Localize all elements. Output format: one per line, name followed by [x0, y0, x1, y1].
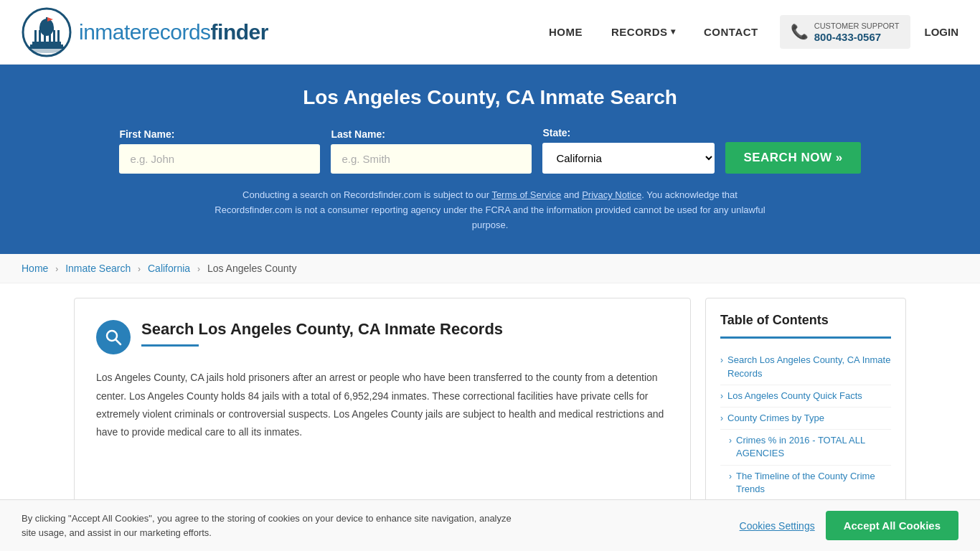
breadcrumb-home[interactable]: Home	[22, 263, 48, 274]
heading-underline	[141, 344, 199, 347]
toc-item: › Los Angeles County Quick Facts	[720, 385, 891, 408]
records-chevron-icon: ▾	[671, 27, 676, 37]
breadcrumb-county: Los Angeles County	[207, 263, 297, 274]
toc-item: › County Crimes by Type	[720, 408, 891, 430]
state-select[interactable]: AlabamaAlaskaArizonaArkansasCaliforniaCo…	[542, 143, 715, 174]
logo-icon	[22, 7, 72, 57]
hero-title: Los Angeles County, CA Inmate Search	[14, 86, 966, 109]
nav-home[interactable]: HOME	[542, 22, 590, 42]
svg-rect-7	[49, 30, 51, 42]
toc-divider	[720, 336, 891, 339]
last-name-input[interactable]	[331, 144, 532, 174]
toc-link[interactable]: Crimes % in 2016 - TOTAL ALL AGENCIES	[736, 434, 891, 460]
state-label: State:	[542, 127, 715, 138]
cookie-actions: Cookies Settings Accept All Cookies	[740, 511, 958, 530]
toc-link[interactable]: Los Angeles County Quick Facts	[727, 390, 862, 402]
toc-chevron-icon: ›	[720, 355, 723, 365]
svg-rect-11	[30, 44, 63, 47]
svg-rect-6	[44, 30, 46, 42]
support-number: 800-433-0567	[814, 31, 900, 43]
toc-title: Table of Contents	[720, 313, 891, 328]
logo-text: inmaterecordsfinder	[79, 20, 268, 44]
privacy-link[interactable]: Privacy Notice	[582, 189, 641, 200]
disclaimer-text: Conducting a search on Recordsfinder.com…	[210, 188, 770, 232]
cookie-accept-button[interactable]: Accept All Cookies	[826, 511, 958, 530]
breadcrumb: Home › Inmate Search › California › Los …	[0, 254, 980, 283]
toc-link[interactable]: Search Los Angeles County, CA Inmate Rec…	[727, 354, 891, 380]
content-heading-text: Search Los Angeles County, CA Inmate Rec…	[141, 320, 503, 347]
support-label: CUSTOMER SUPPORT	[814, 21, 900, 31]
nav-login[interactable]: LOGIN	[925, 26, 959, 38]
svg-rect-9	[57, 30, 60, 42]
toc-chevron-icon: ›	[729, 435, 732, 446]
nav-records[interactable]: RECORDS ▾	[604, 22, 682, 42]
toc-item: › Crimes % in 2016 - TOTAL ALL AGENCIES	[720, 430, 891, 465]
breadcrumb-sep-3: ›	[197, 264, 200, 274]
toc-chevron-icon: ›	[720, 413, 723, 423]
search-button[interactable]: SEARCH NOW »	[725, 142, 860, 174]
search-svg-icon	[104, 328, 123, 347]
svg-rect-12	[29, 47, 65, 49]
cookie-settings-link[interactable]: Cookies Settings	[740, 520, 815, 530]
sidebar: Table of Contents › Search Los Angeles C…	[705, 298, 906, 516]
main-nav: HOME RECORDS ▾ CONTACT 📞 CUSTOMER SUPPOR…	[542, 15, 958, 49]
toc-chevron-icon: ›	[720, 391, 723, 401]
customer-support: 📞 CUSTOMER SUPPORT 800-433-0567	[780, 15, 910, 49]
svg-line-16	[116, 340, 121, 345]
cookie-text: By clicking "Accept All Cookies", you ag…	[22, 512, 524, 530]
content-heading-area: Search Los Angeles County, CA Inmate Rec…	[96, 320, 669, 354]
search-circle-icon	[96, 320, 131, 354]
breadcrumb-inmate-search[interactable]: Inmate Search	[65, 263, 131, 274]
breadcrumb-sep-2: ›	[138, 264, 141, 274]
breadcrumb-sep-1: ›	[55, 264, 58, 274]
content-area: Search Los Angeles County, CA Inmate Rec…	[74, 298, 691, 516]
toc-list: › Search Los Angeles County, CA Inmate R…	[720, 349, 891, 501]
svg-rect-8	[53, 30, 55, 42]
first-name-input[interactable]	[119, 144, 320, 174]
last-name-label: Last Name:	[331, 128, 532, 140]
svg-rect-13	[46, 17, 47, 24]
svg-rect-4	[34, 30, 37, 42]
terms-link[interactable]: Terms of Service	[491, 189, 561, 200]
toc-link[interactable]: County Crimes by Type	[727, 412, 824, 425]
content-body: Los Angeles County, CA jails hold prison…	[96, 369, 669, 441]
toc-link[interactable]: The Timeline of the County Crime Trends	[736, 470, 891, 496]
svg-rect-10	[32, 42, 61, 44]
state-group: State: AlabamaAlaskaArizonaArkansasCalif…	[542, 127, 715, 174]
content-title: Search Los Angeles County, CA Inmate Rec…	[141, 320, 503, 339]
toc-item: › Search Los Angeles County, CA Inmate R…	[720, 349, 891, 385]
phone-icon: 📞	[791, 23, 809, 40]
last-name-group: Last Name:	[331, 128, 532, 174]
toc-item: › The Timeline of the County Crime Trend…	[720, 466, 891, 501]
hero-section: Los Angeles County, CA Inmate Search Fir…	[0, 65, 980, 254]
svg-rect-5	[39, 30, 41, 42]
main-container: Search Los Angeles County, CA Inmate Rec…	[60, 298, 920, 516]
first-name-label: First Name:	[119, 128, 320, 140]
toc-chevron-icon: ›	[729, 471, 732, 481]
search-form: First Name: Last Name: State: AlabamaAla…	[14, 127, 966, 174]
first-name-group: First Name:	[119, 128, 320, 174]
svg-rect-3	[39, 27, 54, 30]
breadcrumb-state[interactable]: California	[148, 263, 190, 274]
logo[interactable]: inmaterecordsfinder	[22, 7, 268, 57]
header: inmaterecordsfinder HOME RECORDS ▾ CONTA…	[0, 0, 980, 65]
nav-contact[interactable]: CONTACT	[697, 22, 765, 42]
cookie-banner: By clicking "Accept All Cookies", you ag…	[0, 499, 980, 530]
